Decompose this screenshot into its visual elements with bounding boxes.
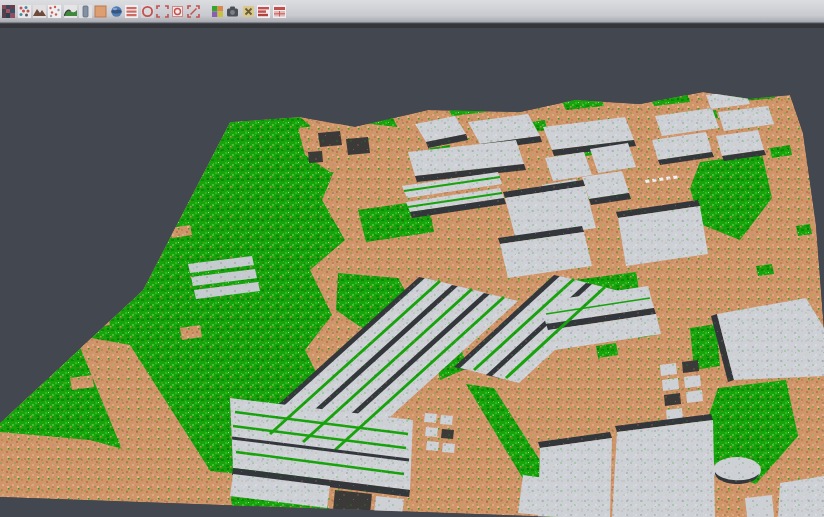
ground-patch (120, 265, 140, 278)
histogram-bars-icon[interactable] (257, 5, 270, 18)
multi-points-icon[interactable] (18, 5, 31, 18)
section-lines-icon[interactable] (125, 5, 138, 18)
red-table-icon[interactable] (273, 5, 286, 18)
rect-selection-icon[interactable] (156, 5, 169, 18)
toolbar (0, 0, 824, 23)
terrain-mountain-icon[interactable] (33, 5, 46, 18)
classification-palette-icon[interactable] (211, 5, 224, 18)
circle-selection-icon[interactable] (141, 5, 154, 18)
application-window (0, 0, 824, 517)
camera-view-icon[interactable] (226, 5, 239, 18)
globe-3d-icon[interactable] (110, 5, 123, 18)
profile-view-icon[interactable] (79, 5, 92, 18)
ortho-tile-icon[interactable] (94, 5, 107, 18)
sparse-points-icon[interactable] (48, 5, 61, 18)
crop-marks-icon[interactable] (187, 5, 200, 18)
clip-box-icon[interactable] (171, 5, 184, 18)
point-grid-icon[interactable] (2, 5, 15, 18)
3d-viewport[interactable] (0, 28, 824, 517)
point-cloud-render (0, 28, 824, 517)
point-speckle-overlay (0, 28, 824, 517)
vegetation-hill-icon[interactable] (64, 5, 77, 18)
toolbar-separator (201, 5, 210, 18)
cancel-cross-icon[interactable] (242, 5, 255, 18)
